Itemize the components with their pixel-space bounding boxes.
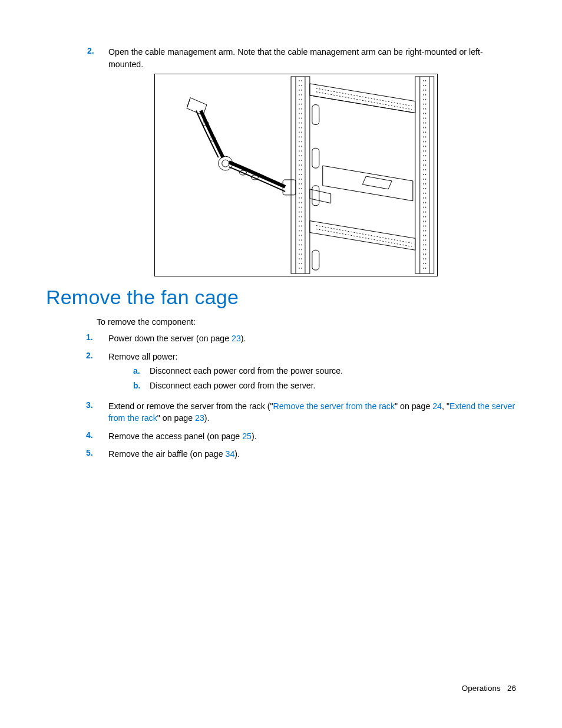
page-ref-link[interactable]: 25	[242, 431, 252, 441]
text-fragment: " on page	[157, 413, 195, 423]
substep-text: Disconnect each power cord from the serv…	[150, 380, 316, 392]
section-intro: To remove the component:	[97, 317, 517, 327]
svg-rect-13	[312, 250, 319, 270]
substep-item: b. Disconnect each power cord from the s…	[133, 380, 517, 392]
step-text: Remove the access panel (on page 25).	[108, 430, 517, 443]
text-fragment: Remove the air baffle (on page	[108, 449, 226, 459]
step-number: 2.	[86, 351, 108, 394]
svg-rect-10	[312, 105, 319, 125]
page-ref-link[interactable]: 24	[432, 401, 442, 411]
text-fragment: " on page	[395, 401, 432, 411]
step-number: 4.	[86, 430, 108, 443]
step-item: 2. Remove all power: a. Disconnect each …	[86, 351, 517, 394]
step-item: 1. Power down the server (on page 23).	[86, 332, 517, 345]
step-text: Remove the air baffle (on page 34).	[108, 448, 517, 460]
text-fragment: ).	[241, 334, 246, 343]
svg-rect-0	[415, 77, 434, 274]
text-fragment: , "	[442, 401, 449, 411]
page-ref-link[interactable]: 23	[195, 413, 204, 423]
figure-cable-management-arm	[154, 74, 438, 276]
text-fragment: ).	[252, 431, 257, 441]
page-footer: Operations 26	[462, 684, 516, 693]
section-heading: Remove the fan cage	[46, 286, 517, 309]
step-item: 4. Remove the access panel (on page 25).	[86, 430, 517, 443]
footer-page-number: 26	[507, 684, 516, 693]
svg-rect-5	[291, 77, 310, 274]
text-fragment: ).	[234, 449, 240, 459]
text-fragment: Extend or remove the server from the rac…	[108, 401, 273, 411]
substep-text: Disconnect each power cord from the powe…	[150, 365, 343, 377]
svg-point-16	[222, 160, 229, 167]
step-number: 2.	[46, 46, 108, 70]
substep-item: a. Disconnect each power cord from the p…	[133, 365, 517, 377]
step-item: 2. Open the cable management arm. Note t…	[46, 46, 517, 70]
footer-section: Operations	[462, 684, 501, 693]
step-text: Extend or remove the server from the rac…	[108, 400, 517, 424]
substep-letter: a.	[133, 365, 150, 377]
cross-ref-link[interactable]: Remove the server from the rack	[273, 401, 395, 411]
page-ref-link[interactable]: 23	[232, 334, 241, 343]
text-fragment: Remove all power:	[108, 352, 178, 361]
step-number: 1.	[86, 332, 108, 345]
step-text: Remove all power: a. Disconnect each pow…	[108, 351, 517, 394]
step-text: Open the cable management arm. Note that…	[108, 46, 517, 70]
step-item: 5. Remove the air baffle (on page 34).	[86, 448, 517, 460]
step-number: 5.	[86, 448, 108, 460]
text-fragment: Remove the access panel (on page	[108, 431, 242, 441]
step-text: Power down the server (on page 23).	[108, 332, 517, 345]
substep-letter: b.	[133, 380, 150, 392]
step-item: 3. Extend or remove the server from the …	[86, 400, 517, 424]
svg-rect-11	[312, 148, 319, 168]
text-fragment: ).	[204, 413, 210, 423]
step-number: 3.	[86, 400, 108, 424]
svg-rect-12	[312, 186, 319, 206]
text-fragment: Power down the server (on page	[108, 334, 232, 343]
page-ref-link[interactable]: 34	[226, 449, 235, 459]
